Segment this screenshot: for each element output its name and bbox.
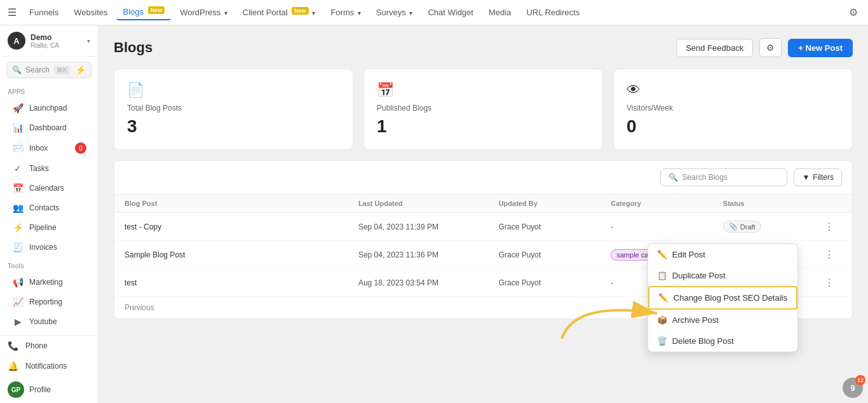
- delete-post-label: Delete Blog Post: [672, 336, 734, 346]
- published-value: 1: [377, 116, 590, 137]
- filters-button[interactable]: ▼ Filters: [794, 168, 842, 186]
- bottom-right-circle[interactable]: 9 12: [843, 378, 863, 398]
- sidebar-item-inbox[interactable]: ✉️ Inbox 0: [4, 138, 94, 158]
- sidebar-notifications[interactable]: 🔔 Notifications: [0, 356, 98, 376]
- apps-section-label: Apps: [0, 83, 98, 98]
- row-menu-3[interactable]: ⋮: [817, 277, 842, 289]
- total-posts-value: 3: [127, 116, 340, 137]
- nav-surveys[interactable]: Surveys ▾: [370, 5, 419, 20]
- total-posts-label: Total Blog Posts: [127, 104, 340, 113]
- avatar: A: [8, 32, 25, 50]
- sidebar-item-tasks[interactable]: ✓ Tasks: [4, 159, 94, 178]
- nav-client-portal[interactable]: Client Portal New ▾: [236, 5, 322, 20]
- row-user-2: Grace Puyot: [499, 250, 611, 259]
- seo-details-label: Change Blog Post SEO Details: [674, 293, 787, 303]
- bottom-right-notification-badge: 12: [855, 375, 865, 385]
- bolt-icon: ⚡: [75, 65, 86, 75]
- nav-websites[interactable]: Websites: [67, 5, 114, 20]
- bottom-label-phone: Phone: [25, 341, 48, 350]
- visitors-label: Visitors/Week: [627, 104, 839, 113]
- col-blog-post: Blog Post: [125, 200, 358, 207]
- row-status-1: 📎Draft: [723, 221, 817, 233]
- nav-chat-widget[interactable]: Chat Widget: [421, 5, 480, 20]
- sidebar-label-calendars: Calendars: [29, 184, 64, 193]
- dashboard-icon: 📊: [11, 123, 24, 133]
- stat-card-published: 📅 Published Blogs 1: [363, 69, 603, 150]
- account-info: Demo Rialto, CA: [31, 33, 87, 49]
- search-blogs-input[interactable]: 🔍 Search Blogs: [660, 168, 787, 186]
- pipeline-icon: ⚡: [11, 222, 24, 233]
- row-category-1: -: [611, 222, 723, 231]
- new-post-button[interactable]: + New Post: [788, 39, 853, 57]
- sidebar-label-pipeline: Pipeline: [29, 223, 57, 232]
- context-seo-details[interactable]: ✏️ Change Blog Post SEO Details: [648, 286, 797, 310]
- sidebar-bottom: 📞 Phone 🔔 Notifications GP Profile: [0, 335, 98, 403]
- duplicate-icon: 📋: [657, 271, 667, 280]
- sidebar-label-dashboard: Dashboard: [29, 123, 67, 132]
- context-edit-post[interactable]: ✏️ Edit Post: [648, 244, 797, 265]
- sidebar-item-contacts[interactable]: 👥 Contacts: [4, 198, 94, 217]
- sidebar-label-marketing: Marketing: [29, 278, 63, 287]
- client-portal-badge: New: [292, 7, 309, 15]
- sidebar-phone[interactable]: 📞 Phone: [0, 336, 98, 356]
- nav-blogs[interactable]: Blogs New: [116, 4, 171, 20]
- row-date-2: Sep 04, 2023 11:36 PM: [358, 250, 499, 259]
- edit-post-label: Edit Post: [672, 250, 705, 259]
- nav-url-redirects[interactable]: URL Redirects: [520, 5, 586, 20]
- row-user-1: Grace Puyot: [499, 222, 611, 231]
- send-feedback-button[interactable]: Send Feedback: [676, 39, 753, 57]
- settings-gear-button[interactable]: ⚙: [759, 38, 782, 57]
- sidebar-item-dashboard[interactable]: 📊 Dashboard: [4, 118, 94, 137]
- youtube-icon: ▶: [11, 317, 24, 327]
- paperclip-icon: 📎: [729, 222, 738, 231]
- context-archive-post[interactable]: 📦 Archive Post: [648, 310, 797, 331]
- search-icon: 🔍: [12, 65, 22, 74]
- seo-icon: ✏️: [658, 293, 668, 303]
- nav-funnels[interactable]: Funnels: [23, 5, 65, 20]
- search-blogs-icon: 🔍: [668, 173, 678, 182]
- sidebar-item-youtube[interactable]: ▶ Youtube: [4, 312, 94, 331]
- sidebar-search[interactable]: 🔍 Search ⌘K ⚡: [6, 62, 92, 78]
- search-label: Search: [25, 65, 50, 74]
- context-duplicate-post[interactable]: 📋 Duplicate Post: [648, 265, 797, 286]
- page-title: Blogs: [114, 39, 153, 56]
- sidebar-item-reporting[interactable]: 📈 Reporting: [4, 292, 94, 311]
- sidebar-label-tasks: Tasks: [29, 164, 49, 173]
- nav-wordpress[interactable]: WordPress ▾: [173, 5, 234, 20]
- sidebar-item-calendars[interactable]: 📅 Calendars: [4, 179, 94, 198]
- marketing-icon: 📢: [11, 277, 24, 287]
- delete-icon: 🗑️: [657, 336, 667, 346]
- search-shortcut: ⌘K: [54, 66, 70, 74]
- context-delete-post[interactable]: 🗑️ Delete Blog Post: [648, 331, 797, 352]
- invoices-icon: 🧾: [11, 242, 24, 252]
- nav-right: ⚙: [846, 4, 860, 21]
- sidebar-account[interactable]: A Demo Rialto, CA ▾: [0, 25, 98, 57]
- nav-forms[interactable]: Forms ▾: [324, 5, 367, 20]
- sidebar-profile[interactable]: GP Profile: [0, 376, 98, 403]
- sidebar-item-invoices[interactable]: 🧾 Invoices: [4, 238, 94, 257]
- total-posts-icon: 📄: [127, 82, 340, 99]
- row-user-3: Grace Puyot: [499, 278, 611, 287]
- account-name: Demo: [31, 33, 87, 42]
- visitors-value: 0: [627, 116, 839, 137]
- phone-icon: 📞: [8, 341, 20, 351]
- tasks-icon: ✓: [11, 163, 24, 174]
- sidebar-label-launchpad: Launchpad: [29, 104, 67, 113]
- sidebar-item-pipeline[interactable]: ⚡ Pipeline: [4, 218, 94, 237]
- nav-media[interactable]: Media: [482, 5, 517, 20]
- sidebar-item-launchpad[interactable]: 🚀 Launchpad: [4, 99, 94, 118]
- archive-post-label: Archive Post: [672, 315, 719, 325]
- bottom-label-profile: Profile: [29, 385, 51, 394]
- nav-gear-icon[interactable]: ⚙: [846, 4, 860, 21]
- row-title-3: test: [125, 278, 358, 287]
- col-last-updated: Last Updated: [358, 200, 499, 207]
- sidebar: A Demo Rialto, CA ▾ 🔍 Search ⌘K ⚡ Apps 🚀…: [0, 25, 98, 403]
- launchpad-icon: 🚀: [11, 103, 24, 113]
- row-menu-2[interactable]: ⋮: [817, 249, 842, 261]
- sidebar-label-contacts: Contacts: [29, 203, 59, 212]
- reporting-icon: 📈: [11, 297, 24, 307]
- sidebar-item-marketing[interactable]: 📢 Marketing: [4, 273, 94, 292]
- row-menu-1[interactable]: ⋮: [817, 221, 842, 233]
- profile-avatar: GP: [8, 381, 24, 398]
- hamburger-icon[interactable]: ☰: [8, 6, 17, 18]
